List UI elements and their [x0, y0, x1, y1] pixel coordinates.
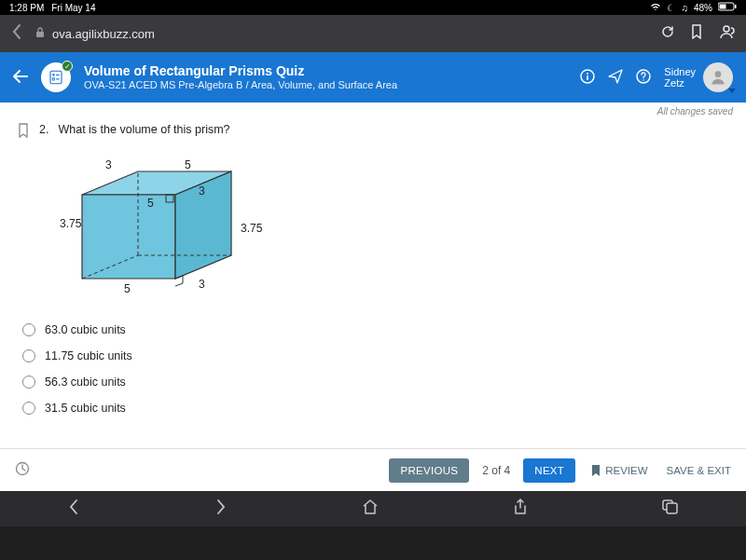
svg-rect-8 [52, 78, 54, 80]
ipad-status-bar: 1:28 PM Fri May 14 ☾ ♫ 48% [0, 0, 746, 15]
quiz-footer: PREVIOUS 2 of 4 NEXT REVIEW SAVE & EXIT [0, 448, 746, 491]
help-icon[interactable] [636, 69, 651, 87]
bookmark-button[interactable] [690, 24, 703, 43]
prism-label-top-right: 5 [185, 158, 191, 171]
svg-point-11 [587, 73, 588, 75]
nav-tabs-button[interactable] [662, 499, 679, 519]
previous-button[interactable]: PREVIOUS [389, 458, 469, 483]
profile-button[interactable] [718, 24, 735, 43]
wifi-icon [650, 2, 661, 13]
battery-percent: 48% [694, 3, 712, 13]
svg-rect-12 [587, 75, 589, 80]
prism-label-bottom-right: 3 [199, 278, 205, 291]
svg-rect-2 [735, 5, 737, 8]
reload-button[interactable] [660, 24, 675, 43]
next-button[interactable]: NEXT [523, 458, 575, 483]
browser-toolbar: ova.agilixbuzz.com [0, 15, 746, 52]
svg-marker-17 [82, 195, 175, 279]
option-b-label: 11.75 cubic units [45, 349, 132, 362]
svg-rect-5 [50, 71, 62, 84]
option-c-label: 56.3 cubic units [45, 376, 126, 389]
review-button[interactable]: REVIEW [590, 464, 647, 477]
headphones-icon: ♫ [681, 3, 688, 13]
page-indicator: 2 of 4 [478, 464, 514, 477]
save-exit-button[interactable]: SAVE & EXIT [667, 465, 731, 476]
svg-point-14 [643, 79, 645, 81]
user-menu[interactable]: Sidney Zetz [664, 62, 733, 92]
user-lastname: Zetz [664, 77, 696, 89]
ipad-bottom-bar [0, 491, 746, 526]
prism-diagram: 3 5 5 3 3.75 3.75 5 3 [54, 157, 297, 307]
status-date: Fri May 14 [51, 3, 95, 13]
page-title: Volume of Rectangular Prisms Quiz [84, 63, 567, 79]
svg-point-4 [724, 26, 729, 32]
option-a[interactable]: 63.0 cubic units [22, 323, 729, 336]
bookmark-question-icon[interactable] [17, 123, 30, 141]
prism-label-height-left: 3.75 [60, 217, 82, 230]
send-icon[interactable] [608, 69, 623, 87]
avatar [703, 62, 733, 92]
url-text: ova.agilixbuzz.com [52, 27, 155, 41]
option-a-label: 63.0 cubic units [45, 323, 126, 336]
svg-rect-3 [36, 32, 44, 37]
option-b[interactable]: 11.75 cubic units [22, 349, 729, 362]
prism-label-height-right: 3.75 [241, 222, 263, 235]
user-firstname: Sidney [664, 66, 696, 77]
nav-back-button[interactable] [67, 499, 80, 519]
option-d[interactable]: 31.5 cubic units [22, 402, 729, 415]
quiz-icon: ✓ [41, 62, 71, 92]
prism-label-top-left: 3 [105, 158, 112, 171]
nav-share-button[interactable] [513, 499, 528, 519]
nav-forward-button[interactable] [214, 499, 228, 519]
answer-options: 63.0 cubic units 11.75 cubic units 56.3 … [22, 323, 729, 415]
app-header: ✓ Volume of Rectangular Prisms Quiz OVA-… [0, 52, 746, 102]
address-bar[interactable]: ova.agilixbuzz.com [35, 27, 647, 41]
radio-icon [22, 323, 35, 336]
option-d-label: 31.5 cubic units [45, 402, 126, 415]
radio-icon [22, 402, 35, 415]
app-back-button[interactable] [13, 68, 28, 88]
radio-icon [22, 349, 35, 362]
svg-point-15 [715, 71, 722, 77]
status-time: 1:28 PM [9, 3, 44, 13]
autosave-status: All changes saved [657, 106, 733, 116]
review-label: REVIEW [605, 465, 647, 476]
svg-rect-24 [667, 503, 677, 513]
info-icon[interactable] [580, 69, 595, 87]
nav-home-button[interactable] [362, 499, 379, 519]
prism-label-bottom-left: 5 [124, 282, 131, 295]
moon-icon: ☾ [667, 3, 675, 13]
svg-rect-6 [52, 74, 54, 75]
check-badge-icon: ✓ [62, 61, 73, 72]
radio-icon [22, 376, 35, 389]
option-c[interactable]: 56.3 cubic units [22, 376, 729, 389]
breadcrumb: OVA-S21 ACED MS Pre-Algebra B / Area, Vo… [84, 79, 567, 91]
prism-label-mid-left: 5 [147, 197, 154, 210]
battery-icon [718, 2, 737, 13]
prism-label-mid-right: 3 [199, 184, 205, 198]
chevron-down-icon [728, 89, 736, 93]
question-text: What is the volume of this prism? [58, 123, 229, 136]
browser-back-button[interactable] [11, 23, 22, 45]
lock-icon [35, 27, 45, 40]
timer-icon[interactable] [15, 461, 30, 480]
question-number: 2. [39, 123, 48, 136]
svg-rect-1 [720, 5, 726, 9]
question-content: All changes saved 2. What is the volume … [0, 102, 746, 491]
